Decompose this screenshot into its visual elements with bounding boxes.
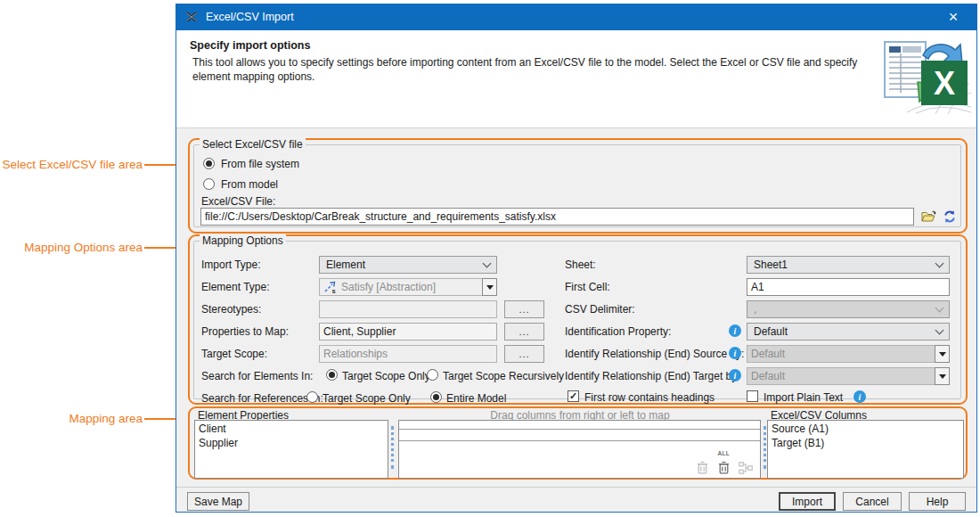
list-item[interactable]: Target (B1)	[772, 436, 960, 450]
target-scope-browse-button[interactable]: ...	[504, 345, 544, 363]
references-target-scope-only-radio[interactable]	[306, 391, 318, 403]
stereotypes-field	[319, 300, 497, 318]
title-bar[interactable]: Excel/CSV Import ×	[176, 4, 977, 30]
target-by-info-icon[interactable]: i	[729, 369, 741, 382]
mapping-drop-area[interactable]: ALL	[398, 420, 761, 479]
references-entire-model-label: Entire Model	[446, 392, 506, 405]
magicdraw-logo-icon	[184, 10, 199, 24]
element-type-dropdown-button[interactable]	[482, 278, 497, 296]
source-by-picker: Default	[747, 345, 950, 363]
list-item[interactable]: Client	[199, 422, 384, 436]
source-by-label: Identify Relationship (End) Source by:	[565, 348, 744, 360]
import-button[interactable]: Import	[779, 492, 836, 511]
header-title: Specify import options	[190, 39, 310, 52]
import-type-value: Element	[326, 258, 365, 271]
element-type-label: Element Type:	[201, 281, 270, 293]
first-cell-input[interactable]: A1	[747, 278, 950, 296]
source-by-info-icon[interactable]: i	[729, 347, 741, 359]
annotation-mapping-area: Mapping area	[0, 412, 143, 425]
target-by-field: Default	[747, 367, 935, 385]
references-target-scope-only-label: Target Scope Only	[323, 392, 411, 405]
element-properties-list[interactable]: Client Supplier	[194, 420, 388, 479]
csv-delimiter-label: CSV Delimiter:	[565, 303, 635, 316]
svg-text:s: s	[332, 287, 336, 294]
csv-delimiter-value: ,	[754, 303, 756, 316]
delete-all-label: ALL	[717, 447, 730, 461]
annotation-select-area: Select Excel/CSV file area	[0, 158, 143, 171]
excel-csv-columns-list[interactable]: Source (A1) Target (B1)	[767, 420, 964, 479]
file-path-input[interactable]: file://C:/Users/Desktop/CarBreak_structu…	[200, 208, 914, 226]
import-type-select[interactable]: Element	[319, 256, 497, 274]
excel-import-icon: X	[882, 37, 971, 117]
element-type-field: s Satisfy [Abstraction]	[319, 278, 483, 296]
import-plain-text-info-icon[interactable]: i	[853, 390, 866, 403]
sheet-select[interactable]: Sheet1	[747, 256, 950, 274]
from-model-label: From model	[221, 178, 278, 191]
identification-property-value: Default	[754, 325, 788, 338]
element-type-value: Satisfy [Abstraction]	[341, 281, 436, 293]
first-row-headings-checkbox[interactable]: ✓	[568, 390, 579, 402]
source-by-field: Default	[747, 345, 935, 363]
svg-text:X: X	[934, 65, 955, 102]
identification-property-select[interactable]: Default	[747, 323, 950, 341]
left-splitter-handle[interactable]	[391, 426, 395, 469]
mapping-options-legend: Mapping Options	[200, 234, 286, 247]
references-entire-model-radio[interactable]	[430, 391, 442, 403]
elements-target-scope-recursively-radio[interactable]	[427, 369, 438, 381]
first-row-headings-label: First row contains headings	[584, 391, 715, 404]
chevron-down-icon	[935, 325, 944, 334]
chevron-down-icon	[483, 258, 492, 267]
select-file-group-legend: Select Excel/CSV file	[200, 138, 306, 151]
properties-to-map-browse-button[interactable]: ...	[504, 323, 544, 341]
target-by-picker: Default	[747, 367, 950, 385]
stereotypes-browse-button[interactable]: ...	[504, 300, 544, 318]
list-item[interactable]: Supplier	[199, 436, 384, 450]
target-scope-field: Relationships	[319, 345, 497, 363]
import-plain-text-label: Import Plain Text	[764, 391, 843, 404]
mapping-toolbar: ALL	[697, 447, 753, 474]
save-map-button[interactable]: Save Map	[187, 492, 249, 511]
target-by-dropdown-button[interactable]	[935, 367, 950, 385]
mapping-drop-row[interactable]	[399, 421, 760, 429]
map-by-name-icon	[739, 462, 753, 474]
sheet-value: Sheet1	[754, 258, 788, 271]
mapping-drop-row[interactable]	[399, 429, 760, 440]
identification-property-label: Identification Property:	[565, 325, 671, 338]
refresh-icon[interactable]	[943, 209, 957, 226]
search-references-label: Search for References In:	[201, 392, 323, 405]
footer-divider	[176, 487, 976, 488]
elements-target-scope-recursively-label: Target Scope Recursively	[443, 370, 564, 382]
target-by-label: Identify Relationship (End) Target by:	[565, 370, 740, 382]
annotation-options-area: Mapping Options area	[0, 241, 143, 254]
import-type-label: Import Type:	[201, 258, 260, 271]
from-model-radio[interactable]	[203, 178, 215, 190]
help-button[interactable]: Help	[909, 492, 966, 511]
stereotypes-label: Stereotypes:	[201, 303, 261, 316]
cancel-button[interactable]: Cancel	[843, 492, 902, 511]
first-cell-label: First Cell:	[565, 281, 610, 293]
csv-delimiter-select: ,	[747, 300, 950, 318]
elements-target-scope-only-label: Target Scope Only	[342, 370, 430, 382]
sheet-label: Sheet:	[565, 258, 596, 271]
properties-to-map-field: Client, Supplier	[319, 323, 497, 341]
header-description: This tool allows you to specify settings…	[192, 55, 870, 84]
delete-all-mappings-icon[interactable]: ALL	[717, 447, 730, 474]
open-folder-icon[interactable]	[921, 209, 936, 226]
elements-target-scope-only-radio[interactable]	[326, 369, 338, 381]
window-title: Excel/CSV Import	[206, 11, 294, 23]
search-elements-label: Search for Elements In:	[201, 370, 313, 382]
import-plain-text-checkbox[interactable]	[747, 390, 758, 402]
row-divider	[399, 440, 760, 441]
target-scope-label: Target Scope:	[201, 348, 267, 360]
from-file-system-label: From file system	[221, 158, 299, 170]
identification-info-icon[interactable]: i	[729, 324, 741, 337]
source-by-dropdown-button[interactable]	[935, 345, 950, 363]
properties-to-map-label: Properties to Map:	[201, 325, 289, 338]
satisfy-relation-icon: s	[323, 281, 337, 294]
close-icon[interactable]: ×	[940, 4, 967, 30]
chevron-down-icon	[935, 258, 944, 267]
file-path-label: Excel/CSV File:	[201, 195, 275, 208]
list-item[interactable]: Source (A1)	[772, 422, 960, 436]
from-file-system-radio[interactable]	[203, 158, 215, 169]
delete-mapping-icon	[697, 461, 708, 474]
